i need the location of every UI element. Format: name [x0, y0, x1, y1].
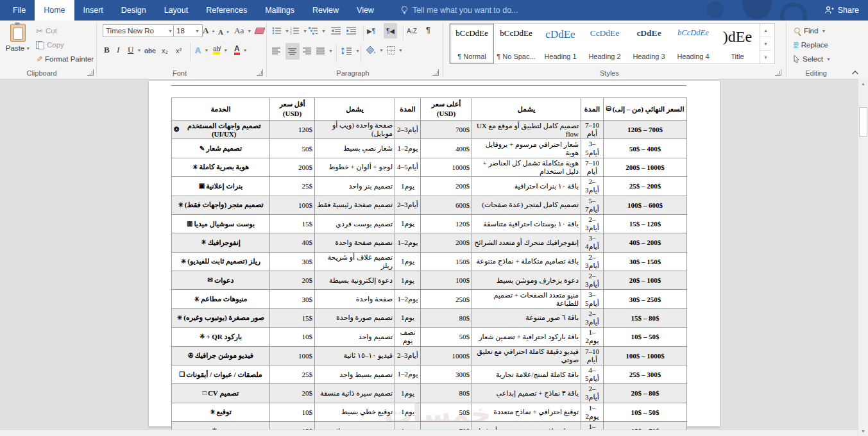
scroll-up-button[interactable]: ▲ — [858, 79, 868, 88]
duration-cell[interactable]: 2–3أيام — [581, 252, 604, 271]
includes-cell[interactable]: باقة تصاميم متكاملة + نماذج متنوعة — [472, 252, 581, 271]
style-title[interactable]: )dEeTitle — [715, 24, 760, 63]
max-price-cell[interactable]: 400$ — [421, 139, 472, 158]
duration-cell[interactable]: 2–3أيام — [581, 308, 604, 327]
style-heading-3[interactable]: cDdEeHeading 3 — [627, 24, 671, 63]
clipboard-dialog-launcher[interactable] — [87, 69, 94, 76]
strikethrough-button[interactable]: abc — [144, 44, 156, 57]
duration-cell[interactable]: 2–3أيام — [581, 384, 604, 403]
sort-button[interactable]: A↓Z — [407, 24, 416, 37]
font-name-select[interactable]: Times New Ro▼ — [103, 24, 176, 37]
duration-cell[interactable]: 1–2يوم — [395, 139, 421, 158]
min-price-cell[interactable]: 10$ — [270, 328, 315, 346]
gallery-scroll-up[interactable]: ▲ — [760, 24, 771, 37]
shrink-font-button[interactable]: A▼ — [218, 26, 230, 38]
service-cell[interactable]: ✉دعوات — [172, 271, 270, 290]
includes-cell[interactable]: باقة ٣ نماذج + تصميم إبداعي — [472, 384, 581, 403]
clear-formatting-button[interactable] — [254, 24, 264, 37]
includes-cell[interactable]: تصميم كامل لتطبيق أو موقع مع UX flow — [472, 121, 581, 139]
includes-cell[interactable]: لوجو + ألوان + خطوط — [315, 158, 395, 176]
multilevel-list-button[interactable]: ▼ — [309, 24, 326, 37]
final-price-cell[interactable]: 25$ – 200$ — [604, 177, 687, 196]
duration-cell[interactable]: 1يوم — [395, 384, 421, 403]
scrollbar-thumb[interactable] — [859, 107, 867, 137]
duration-cell[interactable]: 2–3أيام — [395, 121, 421, 139]
collapse-ribbon-button[interactable] — [851, 69, 859, 76]
service-cell[interactable]: ✳تصميم متجر (واجهات فقط) — [172, 196, 270, 214]
duration-cell[interactable]: 2–3أيام — [581, 214, 604, 233]
duration-cell[interactable]: 1–2يوم — [581, 403, 604, 421]
duration-cell[interactable]: 2–3أيام — [581, 177, 604, 196]
duration-cell[interactable]: 1يوم — [395, 403, 421, 421]
copy-button[interactable]: Copy — [36, 38, 64, 51]
final-price-cell[interactable]: 40$ – 200$ — [604, 233, 687, 252]
max-price-cell[interactable]: 1000$ — [421, 158, 472, 176]
font-size-select[interactable]: 18▼ — [173, 24, 203, 37]
borders-button[interactable]: ▼ — [387, 44, 403, 56]
show-marks-button[interactable]: ¶ — [426, 23, 430, 36]
min-price-cell[interactable]: 200$ — [270, 158, 315, 176]
increase-indent-button[interactable] — [346, 24, 357, 37]
share-button[interactable]: Share — [820, 0, 864, 21]
service-cell[interactable]: ✇فيديو موشن جرافيك — [172, 346, 270, 365]
duration-cell[interactable]: 4–5أيام — [581, 365, 604, 383]
includes-cell[interactable]: توقيع خطي بسيط — [315, 403, 395, 421]
font-dialog-launcher[interactable] — [257, 69, 263, 76]
header-max-price[interactable]: أعلى سعر (USD) — [421, 98, 472, 121]
final-price-cell[interactable]: 15$ – 120$ — [604, 214, 687, 233]
styles-dialog-launcher[interactable] — [775, 69, 781, 76]
paragraph-dialog-launcher[interactable] — [432, 69, 439, 76]
final-price-cell[interactable]: 30$ – 150$ — [604, 252, 687, 271]
duration-cell[interactable]: 7–10 أيام — [581, 158, 604, 176]
header-includes-1[interactable]: يشمل — [315, 98, 395, 121]
includes-cell[interactable]: تصميم صفحة واحدة — [315, 233, 395, 252]
replace-button[interactable]: abac Replace — [794, 38, 828, 51]
includes-cell[interactable]: شعار نصي بسيط — [315, 139, 395, 158]
duration-cell[interactable]: 2–3أيام — [395, 346, 421, 365]
tab-design[interactable]: Design — [112, 0, 155, 21]
line-spacing-button[interactable]: ▼ — [341, 44, 360, 57]
final-price-cell[interactable]: 30$ – 250$ — [604, 290, 687, 308]
max-price-cell[interactable]: 80$ — [421, 384, 472, 403]
min-price-cell[interactable]: 40$ — [270, 233, 315, 252]
service-cell[interactable]: ✳منيوهات مطاعم — [172, 290, 270, 308]
header-includes-2[interactable]: يشمل — [472, 98, 581, 121]
max-price-cell[interactable]: 600$ — [421, 196, 472, 214]
font-color-button[interactable]: A▼ — [234, 44, 248, 56]
superscript-button[interactable]: x² — [176, 44, 182, 57]
max-price-cell[interactable]: 300$ — [421, 365, 472, 383]
align-left-button[interactable] — [272, 44, 281, 57]
duration-cell[interactable]: 1–2يوم — [395, 365, 421, 383]
includes-cell[interactable]: هوية متكاملة تشمل كل العناصر + دليل استخ… — [472, 158, 581, 176]
max-price-cell[interactable]: 700$ — [421, 121, 472, 139]
underline-button[interactable]: U▼ — [128, 44, 141, 56]
bullets-button[interactable]: ▼ — [272, 24, 289, 37]
final-price-cell[interactable]: 20$ – 100$ — [604, 271, 687, 290]
justify-button[interactable]: ▼ — [316, 44, 333, 57]
service-cell[interactable]: ❂تصميم واجهات المستخدم (UI/UX) — [172, 121, 270, 139]
includes-cell[interactable]: صفحة واحدة — [315, 290, 395, 308]
duration-cell[interactable]: 2–3أيام — [395, 196, 421, 214]
cut-button[interactable]: ✂ Cut — [36, 24, 57, 37]
scroll-down-button[interactable]: ▼ — [858, 426, 868, 436]
max-price-cell[interactable]: 150$ — [421, 252, 472, 271]
header-min-price[interactable]: أقل سعر (USD) — [270, 98, 315, 121]
gallery-expand[interactable]: —▼ — [760, 51, 771, 63]
document-page[interactable]: خمسات الخدمة أقل سعر (USD) يشمل المدة أع… — [149, 81, 720, 426]
tell-me-box[interactable]: Tell me what you want to do... — [401, 0, 518, 21]
max-price-cell[interactable]: 200$ — [421, 233, 472, 252]
includes-cell[interactable]: باقة ١٠ بوستات احترافية متناسقة — [472, 214, 581, 233]
decrease-indent-button[interactable] — [331, 24, 341, 37]
max-price-cell[interactable]: 250$ — [421, 290, 472, 308]
min-price-cell[interactable]: 100$ — [270, 196, 315, 214]
duration-cell[interactable]: 1–2يوم — [395, 233, 421, 252]
duration-cell[interactable]: 3–5أيام — [581, 290, 604, 308]
duration-cell[interactable]: 7–10 أيام — [581, 346, 604, 365]
includes-cell[interactable]: تصميم صورة واحدة — [315, 308, 395, 327]
max-price-cell[interactable]: 200$ — [421, 177, 472, 196]
service-cell[interactable]: ✳ريلز (تصميم ثابت للفيديو) — [172, 252, 270, 271]
header-final-price[interactable]: ⛁ السعر النهائي (من – إلى) — [604, 98, 687, 121]
max-price-cell[interactable]: 100$ — [421, 271, 472, 290]
final-price-cell[interactable]: 200$ – 1000$ — [604, 158, 687, 176]
final-price-cell[interactable]: 10$ – 50$ — [604, 403, 687, 421]
